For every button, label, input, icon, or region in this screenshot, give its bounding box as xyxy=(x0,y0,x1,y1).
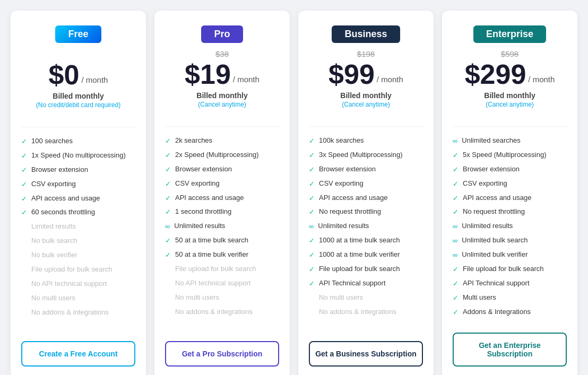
infinity-icon: ∞ xyxy=(453,137,457,146)
feature-text: File upload for bulk search xyxy=(463,265,543,274)
feature-item: ✓File upload for bulk search xyxy=(453,265,567,274)
feature-item: ✓100k searches xyxy=(309,136,423,146)
feature-text: No addons & integrations xyxy=(175,308,253,317)
feature-item: ✓60 seconds throttling xyxy=(21,208,135,217)
feature-text: File upload for bulk search xyxy=(319,265,400,274)
cta-button-free[interactable]: Create a Free Account xyxy=(21,341,135,367)
check-icon: ✓ xyxy=(309,165,315,175)
feature-text: No API technical support xyxy=(31,280,107,289)
feature-item: ✓No multi users xyxy=(165,293,279,303)
feature-text: 1 second throttling xyxy=(175,207,231,216)
billing-info: Billed monthly xyxy=(165,91,279,100)
billing-sub: (Cancel anytime) xyxy=(165,101,279,108)
divider xyxy=(21,127,135,127)
check-icon: ✓ xyxy=(165,194,171,203)
feature-item: ✓CSV exporting xyxy=(453,179,567,189)
feature-text: Unlimited results xyxy=(462,222,513,231)
main-price: $99 / month xyxy=(309,60,423,88)
main-price: $19 / month xyxy=(165,60,279,88)
feature-item: ✓1000 at a time bulk search xyxy=(309,236,423,246)
feature-item: ∞Unlimited results xyxy=(453,222,567,231)
feature-item: ✓File upload for bulk search xyxy=(165,265,279,274)
check-icon: ✓ xyxy=(453,265,459,274)
feature-item: ✓No addons & integrations xyxy=(21,308,135,318)
cta-button-business[interactable]: Get a Business Subscription xyxy=(309,341,423,367)
feature-text: No bulk verifier xyxy=(31,251,77,260)
feature-item: ✓No API technical support xyxy=(21,280,135,289)
feature-text: 1000 at a time bulk search xyxy=(319,236,400,245)
features-list: ∞Unlimited searches✓5x Speed (Multiproce… xyxy=(453,136,567,322)
divider xyxy=(309,126,423,127)
price-period: / month xyxy=(81,75,108,84)
feature-text: Unlimited results xyxy=(318,222,369,231)
feature-text: No bulk search xyxy=(31,237,77,246)
infinity-icon: ∞ xyxy=(309,222,314,231)
original-price: $598 xyxy=(453,49,567,58)
check-icon: ✓ xyxy=(309,151,315,160)
check-icon: ✓ xyxy=(453,294,459,303)
feature-item: ✓Browser extension xyxy=(453,165,567,175)
price-period: / month xyxy=(377,75,403,84)
check-icon: ✓ xyxy=(309,237,315,246)
plan-badge: Enterprise xyxy=(473,25,546,43)
feature-text: Browser extension xyxy=(175,165,232,174)
feature-item: ✓No request throttling xyxy=(453,207,567,217)
check-icon: ✓ xyxy=(21,195,27,204)
feature-item: ✓5x Speed (Multiprocessing) xyxy=(453,151,567,160)
check-icon: ✓ xyxy=(165,137,171,146)
check-icon: ✓ xyxy=(165,208,171,217)
plan-header: Free $0 / month Billed monthly (No credi… xyxy=(21,25,135,109)
feature-text: No API technical support xyxy=(175,279,250,288)
feature-item: ✓Multi users xyxy=(453,293,567,303)
check-icon: ✓ xyxy=(165,165,171,175)
plan-badge: Free xyxy=(55,25,101,43)
feature-text: 50 at a time bulk verifier xyxy=(175,250,248,259)
feature-text: 50 at a time bulk search xyxy=(175,236,248,245)
feature-item: ✓Limited results xyxy=(21,222,135,232)
feature-text: 2k searches xyxy=(175,136,212,145)
original-price: $198 xyxy=(309,49,423,58)
feature-item: ✓1000 at a time bulk verifier xyxy=(309,250,423,260)
main-price: $0 / month xyxy=(21,61,135,89)
plan-badge: Pro xyxy=(201,25,243,43)
check-icon: ✓ xyxy=(165,151,171,160)
plan-header: Enterprise $598 $299 / month Billed mont… xyxy=(453,25,567,108)
pricing-container: Free $0 / month Billed monthly (No credi… xyxy=(11,11,577,375)
feature-item: ✓1x Speed (No multiprocessing) xyxy=(21,151,135,161)
original-price: $38 xyxy=(165,49,279,58)
check-icon: ✓ xyxy=(309,265,315,274)
feature-text: Limited results xyxy=(31,222,76,231)
check-icon: ✓ xyxy=(21,180,27,189)
feature-item: ∞Unlimited results xyxy=(309,222,423,231)
feature-text: No multi users xyxy=(31,294,75,303)
feature-item: ✓50 at a time bulk verifier xyxy=(165,250,279,260)
check-icon: ✓ xyxy=(309,280,315,289)
check-icon: ✓ xyxy=(21,166,27,175)
cta-button-pro[interactable]: Get a Pro Subscription xyxy=(165,341,279,367)
check-icon: ✓ xyxy=(165,237,171,246)
features-list: ✓100k searches✓3x Speed (Multiprocessing… xyxy=(309,136,423,330)
check-icon: ✓ xyxy=(453,308,459,317)
feature-item: ✓Browser extension xyxy=(309,165,423,175)
feature-text: 3x Speed (Multiprocessing) xyxy=(319,151,403,160)
check-icon: ✓ xyxy=(165,251,171,260)
price-amount: $0 xyxy=(49,61,80,89)
feature-text: API access and usage xyxy=(463,194,531,203)
feature-text: 60 seconds throttling xyxy=(31,208,95,217)
check-icon: ✓ xyxy=(309,251,315,260)
feature-item: ✓Browser extension xyxy=(165,165,279,175)
feature-text: Unlimited bulk search xyxy=(462,236,528,245)
billing-sub: (No credit/debit card required) xyxy=(21,101,135,109)
feature-text: 5x Speed (Multiprocessing) xyxy=(463,151,547,160)
feature-text: Browser extension xyxy=(319,165,376,174)
feature-text: 1x Speed (No multiprocessing) xyxy=(31,151,126,160)
check-icon: ✓ xyxy=(309,137,315,146)
check-icon: ✓ xyxy=(453,194,459,203)
billing-sub: (Cancel anytime) xyxy=(309,101,423,108)
feature-text: API Technical support xyxy=(319,279,386,288)
feature-item: ✓No addons & integrations xyxy=(165,308,279,317)
feature-text: Browser extension xyxy=(31,165,88,175)
feature-text: Browser extension xyxy=(463,165,520,174)
cta-button-enterprise[interactable]: Get an Enterprise Subscription xyxy=(453,333,567,367)
price-period: / month xyxy=(233,75,260,84)
